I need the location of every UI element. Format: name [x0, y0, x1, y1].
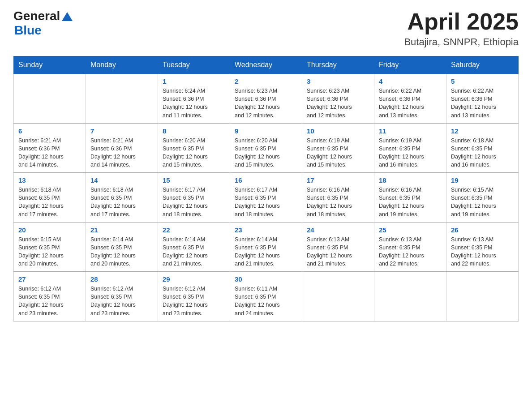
day-info: Sunrise: 6:16 AM Sunset: 6:35 PM Dayligh… [379, 186, 442, 218]
day-number: 20 [18, 226, 81, 234]
day-number: 15 [163, 176, 225, 184]
day-info: Sunrise: 6:14 AM Sunset: 6:35 PM Dayligh… [90, 235, 153, 268]
weekday-header-tuesday: Tuesday [158, 56, 230, 74]
weekday-header-thursday: Thursday [302, 56, 374, 74]
day-info: Sunrise: 6:17 AM Sunset: 6:35 PM Dayligh… [235, 186, 297, 218]
calendar-cell [374, 272, 446, 321]
month-title: April 2025 [404, 9, 519, 34]
day-number: 29 [163, 275, 225, 283]
day-number: 2 [235, 77, 297, 85]
calendar-cell: 2Sunrise: 6:23 AM Sunset: 6:36 PM Daylig… [230, 74, 302, 124]
calendar-week-row: 13Sunrise: 6:18 AM Sunset: 6:35 PM Dayli… [14, 173, 519, 223]
calendar-cell: 10Sunrise: 6:19 AM Sunset: 6:35 PM Dayli… [302, 123, 374, 173]
day-info: Sunrise: 6:18 AM Sunset: 6:35 PM Dayligh… [90, 186, 153, 218]
day-info: Sunrise: 6:19 AM Sunset: 6:35 PM Dayligh… [379, 137, 442, 169]
calendar-cell: 12Sunrise: 6:18 AM Sunset: 6:35 PM Dayli… [446, 123, 519, 173]
logo: General Blue [13, 9, 73, 38]
weekday-header-friday: Friday [374, 56, 446, 74]
day-number: 11 [379, 127, 442, 135]
day-info: Sunrise: 6:13 AM Sunset: 6:35 PM Dayligh… [451, 235, 514, 268]
day-info: Sunrise: 6:18 AM Sunset: 6:35 PM Dayligh… [18, 186, 81, 218]
logo-general-text: General [13, 9, 60, 23]
day-number: 30 [235, 275, 297, 283]
day-info: Sunrise: 6:12 AM Sunset: 6:35 PM Dayligh… [18, 285, 81, 317]
calendar-cell [446, 272, 519, 321]
calendar-cell: 3Sunrise: 6:23 AM Sunset: 6:36 PM Daylig… [302, 74, 374, 124]
day-number: 7 [90, 127, 153, 135]
calendar-cell: 26Sunrise: 6:13 AM Sunset: 6:35 PM Dayli… [446, 222, 519, 272]
day-info: Sunrise: 6:14 AM Sunset: 6:35 PM Dayligh… [163, 235, 225, 268]
day-number: 28 [90, 275, 153, 283]
day-number: 16 [235, 176, 297, 184]
calendar-week-row: 27Sunrise: 6:12 AM Sunset: 6:35 PM Dayli… [14, 272, 519, 321]
day-number: 19 [451, 176, 514, 184]
calendar-cell: 1Sunrise: 6:24 AM Sunset: 6:36 PM Daylig… [158, 74, 230, 124]
day-number: 26 [451, 226, 514, 234]
calendar-cell: 7Sunrise: 6:21 AM Sunset: 6:36 PM Daylig… [86, 123, 158, 173]
day-number: 6 [18, 127, 81, 135]
calendar-cell: 17Sunrise: 6:16 AM Sunset: 6:35 PM Dayli… [302, 173, 374, 223]
calendar-cell: 25Sunrise: 6:13 AM Sunset: 6:35 PM Dayli… [374, 222, 446, 272]
calendar-cell: 6Sunrise: 6:21 AM Sunset: 6:36 PM Daylig… [14, 123, 86, 173]
calendar-cell: 19Sunrise: 6:15 AM Sunset: 6:35 PM Dayli… [446, 173, 519, 223]
calendar-cell [302, 272, 374, 321]
day-info: Sunrise: 6:12 AM Sunset: 6:35 PM Dayligh… [163, 285, 225, 317]
calendar-cell: 4Sunrise: 6:22 AM Sunset: 6:36 PM Daylig… [374, 74, 446, 124]
title-area: April 2025 Butajira, SNNPR, Ethiopia [404, 9, 519, 48]
day-number: 23 [235, 226, 297, 234]
calendar-cell: 20Sunrise: 6:15 AM Sunset: 6:35 PM Dayli… [14, 222, 86, 272]
day-number: 10 [307, 127, 369, 135]
weekday-header-row: SundayMondayTuesdayWednesdayThursdayFrid… [14, 56, 519, 74]
day-info: Sunrise: 6:13 AM Sunset: 6:35 PM Dayligh… [307, 235, 369, 268]
calendar-cell: 16Sunrise: 6:17 AM Sunset: 6:35 PM Dayli… [230, 173, 302, 223]
weekday-header-monday: Monday [86, 56, 158, 74]
calendar-week-row: 1Sunrise: 6:24 AM Sunset: 6:36 PM Daylig… [14, 74, 519, 124]
calendar-cell: 22Sunrise: 6:14 AM Sunset: 6:35 PM Dayli… [158, 222, 230, 272]
day-info: Sunrise: 6:13 AM Sunset: 6:35 PM Dayligh… [379, 235, 442, 268]
day-info: Sunrise: 6:17 AM Sunset: 6:35 PM Dayligh… [163, 186, 225, 218]
calendar-cell: 23Sunrise: 6:14 AM Sunset: 6:35 PM Dayli… [230, 222, 302, 272]
calendar-table: SundayMondayTuesdayWednesdayThursdayFrid… [13, 56, 519, 321]
calendar-cell: 27Sunrise: 6:12 AM Sunset: 6:35 PM Dayli… [14, 272, 86, 321]
day-info: Sunrise: 6:21 AM Sunset: 6:36 PM Dayligh… [90, 137, 153, 169]
calendar-cell: 13Sunrise: 6:18 AM Sunset: 6:35 PM Dayli… [14, 173, 86, 223]
calendar-cell: 18Sunrise: 6:16 AM Sunset: 6:35 PM Dayli… [374, 173, 446, 223]
calendar-cell: 24Sunrise: 6:13 AM Sunset: 6:35 PM Dayli… [302, 222, 374, 272]
day-number: 8 [163, 127, 225, 135]
day-number: 13 [18, 176, 81, 184]
day-info: Sunrise: 6:15 AM Sunset: 6:35 PM Dayligh… [18, 235, 81, 268]
day-info: Sunrise: 6:18 AM Sunset: 6:35 PM Dayligh… [451, 137, 514, 169]
calendar-cell: 8Sunrise: 6:20 AM Sunset: 6:35 PM Daylig… [158, 123, 230, 173]
logo-triangle-icon [61, 10, 73, 23]
day-info: Sunrise: 6:16 AM Sunset: 6:35 PM Dayligh… [307, 186, 369, 218]
day-info: Sunrise: 6:22 AM Sunset: 6:36 PM Dayligh… [379, 87, 442, 120]
day-info: Sunrise: 6:11 AM Sunset: 6:35 PM Dayligh… [235, 285, 297, 317]
svg-marker-0 [62, 12, 73, 21]
day-info: Sunrise: 6:21 AM Sunset: 6:36 PM Dayligh… [18, 137, 81, 169]
day-info: Sunrise: 6:15 AM Sunset: 6:35 PM Dayligh… [451, 186, 514, 218]
calendar-cell: 30Sunrise: 6:11 AM Sunset: 6:35 PM Dayli… [230, 272, 302, 321]
day-info: Sunrise: 6:20 AM Sunset: 6:35 PM Dayligh… [163, 137, 225, 169]
day-info: Sunrise: 6:24 AM Sunset: 6:36 PM Dayligh… [163, 87, 225, 120]
day-number: 3 [307, 77, 369, 85]
day-number: 24 [307, 226, 369, 234]
day-number: 18 [379, 176, 442, 184]
day-info: Sunrise: 6:23 AM Sunset: 6:36 PM Dayligh… [307, 87, 369, 120]
page-header: General Blue April 2025 Butajira, SNNPR,… [13, 9, 519, 48]
day-number: 22 [163, 226, 225, 234]
location-subtitle: Butajira, SNNPR, Ethiopia [404, 36, 519, 48]
day-number: 5 [451, 77, 514, 85]
day-number: 14 [90, 176, 153, 184]
day-info: Sunrise: 6:14 AM Sunset: 6:35 PM Dayligh… [235, 235, 297, 268]
weekday-header-saturday: Saturday [446, 56, 519, 74]
day-info: Sunrise: 6:19 AM Sunset: 6:35 PM Dayligh… [307, 137, 369, 169]
calendar-cell [14, 74, 86, 124]
day-number: 1 [163, 77, 225, 85]
day-number: 17 [307, 176, 369, 184]
day-number: 4 [379, 77, 442, 85]
day-info: Sunrise: 6:12 AM Sunset: 6:35 PM Dayligh… [90, 285, 153, 317]
calendar-cell: 14Sunrise: 6:18 AM Sunset: 6:35 PM Dayli… [86, 173, 158, 223]
weekday-header-sunday: Sunday [14, 56, 86, 74]
day-info: Sunrise: 6:22 AM Sunset: 6:36 PM Dayligh… [451, 87, 514, 120]
day-info: Sunrise: 6:23 AM Sunset: 6:36 PM Dayligh… [235, 87, 297, 120]
